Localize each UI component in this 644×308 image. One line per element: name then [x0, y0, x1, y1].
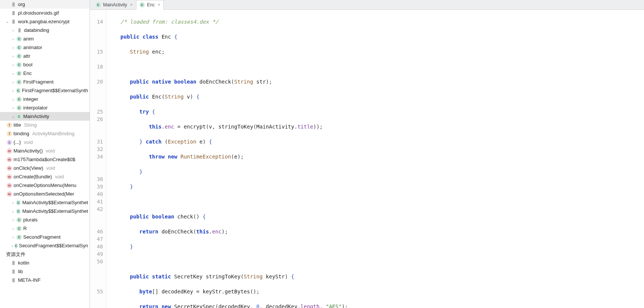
expand-arrow-icon[interactable] [11, 106, 15, 110]
tree-label: databinding [24, 27, 49, 33]
expand-arrow-icon[interactable] [11, 114, 15, 119]
tree-item[interactable]: SecondFragment$$ExternalSyn [0, 241, 90, 250]
expand-arrow-icon[interactable] [11, 218, 15, 222]
tree-label: title [13, 122, 21, 128]
class-icon [16, 235, 22, 240]
method-icon [7, 191, 12, 197]
expand-arrow-icon[interactable] [11, 244, 13, 248]
tree-label: binding [13, 131, 29, 136]
tree-item[interactable]: SecondFragment [0, 233, 90, 241]
tree-label: lib [18, 269, 23, 274]
editor-tab[interactable]: MainActivity× [92, 0, 136, 9]
expand-arrow-icon[interactable] [11, 71, 15, 76]
tree-item[interactable]: MainActivity [0, 112, 90, 121]
tree-label: SecondFragment$$ExternalSyn [19, 243, 88, 248]
tree-item[interactable]: org [0, 0, 90, 9]
tree-label: anim [23, 36, 34, 42]
tree-item[interactable]: MainActivity$$ExternalSynthet [0, 207, 90, 215]
tree-label: 资源文件 [6, 251, 25, 258]
tree-item[interactable]: onClick(View)void [0, 164, 90, 172]
expand-arrow-icon[interactable] [11, 226, 15, 231]
tree-item[interactable]: attr [0, 52, 90, 60]
tree-item[interactable]: integer [0, 95, 90, 103]
tree-label: m1757lambda$onCreate$0$ [13, 157, 75, 162]
line-number [91, 280, 103, 288]
tree-item[interactable]: titleString [0, 121, 90, 129]
tree-item[interactable]: pl.droidsonroids.gif [0, 9, 90, 17]
method-icon [7, 148, 12, 154]
tree-type-suffix: void [46, 165, 55, 171]
tree-item[interactable]: bool [0, 60, 90, 69]
tree-item[interactable]: work.pangbai.ezencrypt [0, 17, 90, 26]
tree-item[interactable]: 资源文件 [0, 250, 90, 259]
expand-arrow-icon[interactable] [11, 54, 15, 58]
expand-arrow-icon[interactable] [11, 97, 15, 102]
expand-arrow-icon[interactable] [11, 63, 15, 67]
tree-item[interactable]: animator [0, 43, 90, 52]
line-number: 55 [91, 288, 103, 295]
tree-label: MainActivity$$ExternalSynthet [22, 200, 88, 205]
class-icon [16, 36, 22, 42]
line-number [91, 33, 103, 40]
tree-item[interactable]: MainActivity()void [0, 147, 90, 155]
expand-arrow-icon[interactable] [11, 88, 15, 93]
close-icon[interactable]: × [130, 2, 133, 7]
tree-item[interactable]: bindingActivityMainBinding [0, 129, 90, 138]
line-number [91, 295, 103, 303]
tree-item[interactable]: onCreateOptionsMenu(Menu [0, 181, 90, 190]
tree-label: integer [23, 96, 38, 102]
line-number [91, 93, 103, 100]
line-number: 15 [91, 48, 103, 55]
expand-arrow-icon[interactable] [11, 209, 15, 214]
line-number [91, 273, 103, 280]
line-number: 46 [91, 228, 103, 235]
tree-label: MainActivity$$ExternalSynthet [22, 208, 88, 214]
tree-type-suffix: void [46, 148, 55, 154]
tree-item[interactable]: MainActivity$$ExternalSynthet [0, 198, 90, 207]
expand-arrow-icon[interactable] [11, 45, 15, 50]
line-number: 20 [91, 78, 103, 85]
line-number: 40 [91, 190, 103, 198]
tree-item[interactable]: FirstFragment$$ExternalSynth [0, 86, 90, 95]
tree-item[interactable]: META-INF [0, 276, 90, 284]
tree-label: onCreate(Bundle) [13, 174, 52, 179]
tree-item[interactable]: {...}void [0, 138, 90, 147]
tree-label: plurals [23, 217, 37, 223]
folder-icon [10, 260, 16, 266]
line-number [91, 213, 103, 220]
close-icon[interactable]: × [158, 2, 160, 7]
tree-item[interactable]: plurals [0, 215, 90, 224]
line-number [91, 85, 103, 93]
tree-item[interactable]: m1757lambda$onCreate$0$ [0, 155, 90, 164]
line-number: 18 [91, 63, 103, 70]
tree-item[interactable]: FirstFragment [0, 78, 90, 86]
class-icon [96, 2, 101, 7]
line-number: 26 [91, 115, 103, 123]
tree-label: onOptionsItemSelected(Mer [13, 191, 74, 197]
code[interactable]: /* loaded from: classes4.dex */ public c… [106, 10, 644, 308]
folder-icon [10, 277, 16, 283]
tree-item[interactable]: onCreate(Bundle)void [0, 172, 90, 181]
tree-item[interactable]: anim [0, 34, 90, 43]
tree-item[interactable]: databinding [0, 26, 90, 34]
code-editor[interactable]: 1415182025263132343839404142464748495055… [90, 10, 644, 308]
expand-arrow-icon[interactable] [11, 200, 15, 205]
tree-label: attr [23, 53, 30, 59]
tree-item[interactable]: onOptionsItemSelected(Mer [0, 190, 90, 198]
tree-item[interactable]: Enc [0, 69, 90, 78]
tree-item[interactable]: interpolator [0, 103, 90, 112]
project-tree[interactable]: orgpl.droidsonroids.gifwork.pangbai.ezen… [0, 0, 90, 308]
line-number: 50 [91, 258, 103, 265]
class-icon [16, 226, 22, 231]
tree-item[interactable]: kotlin [0, 259, 90, 267]
expand-arrow-icon[interactable] [11, 28, 15, 33]
tree-item[interactable]: R [0, 224, 90, 233]
expand-arrow-icon[interactable] [11, 37, 15, 41]
class-icon [16, 71, 22, 76]
editor-tab[interactable]: Enc× [136, 0, 164, 10]
expand-arrow-icon[interactable] [5, 19, 9, 24]
expand-arrow-icon[interactable] [11, 235, 15, 239]
expand-arrow-icon[interactable] [11, 80, 15, 84]
tree-item[interactable]: lib [0, 267, 90, 276]
tree-label: bool [23, 62, 33, 67]
